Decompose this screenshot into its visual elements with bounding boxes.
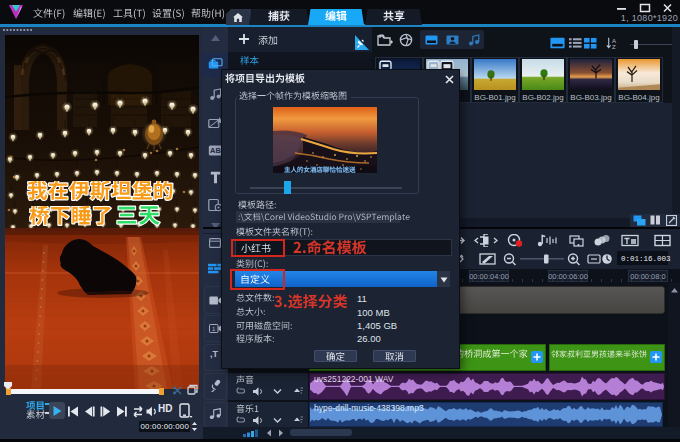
svg-text:1: 1: [212, 326, 216, 332]
svg-text:Z: Z: [612, 44, 616, 50]
svg-text:AB: AB: [210, 146, 221, 155]
svg-text:A: A: [612, 38, 617, 44]
